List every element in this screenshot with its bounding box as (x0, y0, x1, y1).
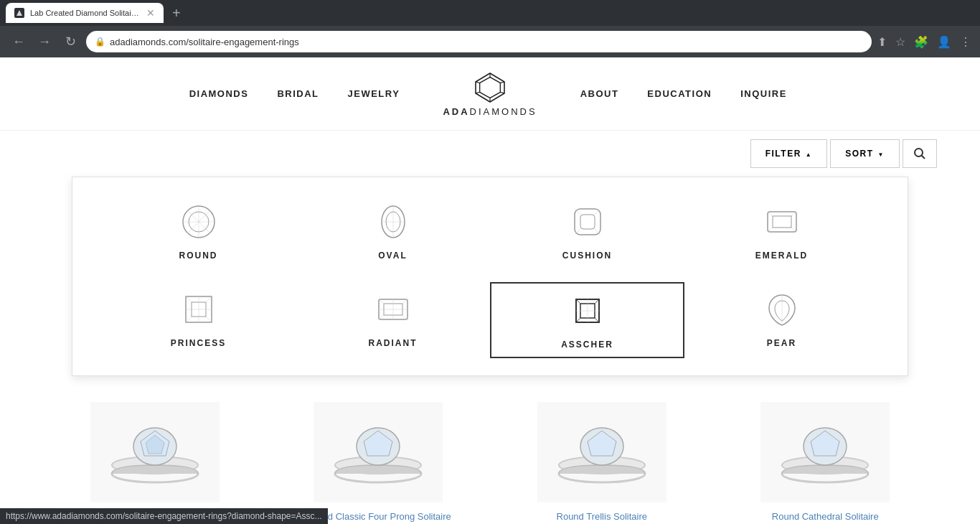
page-content: DIAMONDS BRIDAL JEWELRY (0, 57, 980, 524)
product-name-4: Round Cathedral Solitaire (772, 511, 879, 522)
radiant-diamond-icon (373, 289, 413, 329)
cushion-diamond-icon (567, 202, 608, 242)
nav-about[interactable]: ABOUT (580, 88, 619, 99)
svg-line-16 (922, 156, 925, 159)
radiant-label: RADIANT (369, 338, 418, 348)
ring-illustration-2 (321, 409, 435, 495)
round-diamond-icon (179, 202, 219, 242)
product-card-3[interactable]: Round Trellis Solitaire Setting from $1,… (490, 388, 714, 524)
svg-line-37 (768, 228, 773, 232)
status-url: https://www.adadiamonds.com/solitaire-en… (6, 511, 322, 521)
svg-line-35 (768, 212, 773, 216)
svg-line-41 (186, 296, 192, 302)
princess-label: PRINCESS (171, 338, 226, 348)
shape-princess[interactable]: PRINCESS (101, 282, 296, 358)
filter-label: FILTER (765, 149, 801, 159)
svg-line-11 (500, 92, 504, 93)
url-text: adadiamonds.com/solitaire-engagement-rin… (110, 37, 299, 47)
browser-tab[interactable]: Lab Created Diamond Solitaire E... ✕ (6, 3, 164, 23)
sort-chevron-down-icon (878, 149, 885, 159)
svg-marker-0 (17, 10, 22, 16)
nav-inquire[interactable]: INQUIRE (740, 88, 787, 99)
ring-illustration-1 (98, 409, 212, 495)
product-name-3: Round Trellis Solitaire (557, 511, 647, 522)
logo-suffix: DIAMONDS (470, 106, 537, 117)
svg-rect-33 (768, 212, 796, 232)
search-icon (913, 147, 926, 160)
oval-diamond-icon (373, 202, 413, 242)
emerald-diamond-icon (762, 202, 802, 242)
logo-icon (473, 70, 507, 105)
svg-point-15 (915, 149, 923, 156)
svg-rect-34 (773, 216, 791, 228)
shape-oval[interactable]: OVAL (296, 195, 490, 268)
asscher-label: ASSCHER (561, 340, 613, 350)
tab-close-button[interactable]: ✕ (146, 7, 155, 19)
sort-button[interactable]: SORT (830, 139, 900, 168)
extension-icon[interactable]: 🧩 (914, 35, 928, 49)
filter-button[interactable]: FILTER (750, 139, 828, 168)
shape-cushion[interactable]: CUSHION (490, 195, 684, 268)
bookmark-icon[interactable]: ☆ (895, 35, 905, 49)
svg-line-44 (206, 317, 212, 322)
cushion-label: CUSHION (562, 251, 612, 261)
svg-line-51 (379, 315, 384, 319)
shape-round[interactable]: ROUND (101, 195, 296, 268)
product-card-2[interactable]: Round Classic Four Prong Solitaire Setti… (267, 388, 491, 524)
address-bar[interactable]: 🔒 adadiamonds.com/solitaire-engagement-r… (86, 31, 872, 52)
product-image-2 (314, 402, 443, 502)
asscher-diamond-icon (567, 291, 608, 331)
shape-grid: ROUND OVAL (101, 195, 879, 358)
product-image-3 (537, 402, 666, 502)
ring-illustration-4 (768, 409, 882, 495)
share-icon[interactable]: ⬆ (877, 35, 887, 49)
nav-links-right: ABOUT EDUCATION INQUIRE (580, 88, 951, 99)
profile-icon[interactable]: 👤 (937, 35, 951, 49)
new-tab-button[interactable]: + (172, 6, 181, 20)
svg-rect-28 (580, 215, 595, 229)
browser-toolbar: ← → ↻ 🔒 adadiamonds.com/solitaire-engage… (0, 26, 980, 57)
svg-line-36 (791, 212, 796, 216)
svg-line-13 (476, 92, 480, 93)
nav-jewelry[interactable]: JEWELRY (348, 88, 400, 99)
nav-links-left: DIAMONDS BRIDAL JEWELRY (29, 88, 400, 99)
round-label: ROUND (179, 251, 218, 261)
filter-chevron-up-icon (806, 149, 812, 159)
oval-label: OVAL (378, 251, 407, 261)
svg-line-50 (402, 299, 407, 304)
pear-label: PEAR (767, 338, 796, 348)
product-card-1[interactable]: Round Petite Four Prong Solitaire Settin… (43, 388, 267, 524)
svg-line-14 (476, 82, 480, 83)
svg-marker-2 (480, 78, 501, 98)
tab-favicon (14, 8, 24, 18)
forward-button[interactable]: → (34, 32, 55, 52)
princess-diamond-icon (179, 289, 219, 329)
ring-illustration-3 (545, 409, 659, 495)
refresh-button[interactable]: ↻ (60, 32, 80, 52)
status-bar: https://www.adadiamonds.com/solitaire-en… (0, 508, 328, 524)
shape-pear[interactable]: PEAR (684, 282, 879, 358)
svg-line-38 (791, 228, 796, 232)
logo-brand: ADA (443, 106, 469, 117)
back-button[interactable]: ← (9, 32, 29, 52)
sort-label: SORT (845, 149, 873, 159)
shape-radiant[interactable]: RADIANT (296, 282, 490, 358)
search-button[interactable] (903, 139, 937, 168)
lock-icon: 🔒 (95, 37, 105, 47)
product-card-4[interactable]: Round Cathedral Solitaire Setting from $… (714, 388, 938, 524)
svg-line-42 (206, 296, 212, 302)
svg-line-49 (379, 299, 384, 304)
shape-asscher[interactable]: ASSCHER (490, 282, 684, 358)
nav-bridal[interactable]: BRIDAL (277, 88, 319, 99)
menu-icon[interactable]: ⋮ (960, 35, 971, 49)
svg-line-52 (402, 315, 407, 319)
shape-emerald[interactable]: EMERALD (684, 195, 879, 268)
logo[interactable]: ADADIAMONDS (443, 70, 537, 117)
svg-line-10 (500, 82, 504, 83)
nav-education[interactable]: EDUCATION (647, 88, 712, 99)
nav-diamonds[interactable]: DIAMONDS (189, 88, 249, 99)
emerald-label: EMERALD (755, 251, 808, 261)
main-navigation: DIAMONDS BRIDAL JEWELRY (0, 57, 980, 131)
svg-line-43 (186, 317, 192, 322)
product-image-1 (90, 402, 220, 502)
